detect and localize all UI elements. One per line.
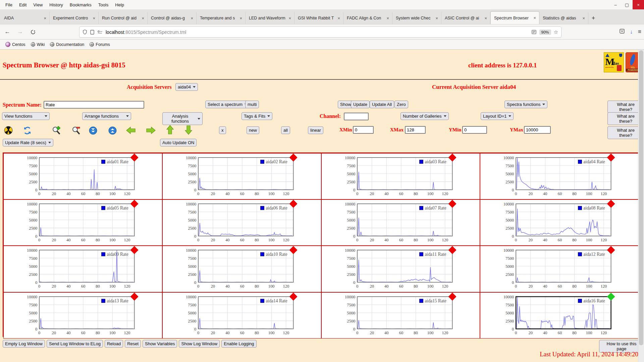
menu-file[interactable]: File <box>2 1 16 9</box>
spectrum-cell-aida05[interactable]: 020406080100120025005000750010000aida05 … <box>3 199 162 246</box>
tab-close-icon[interactable]: × <box>385 16 390 21</box>
scroll-up-icon[interactable] <box>107 125 117 135</box>
spectrum-cell-aida16[interactable]: 020406080100120025005000750010000aida16 … <box>480 292 639 339</box>
downloads-icon[interactable]: ↓ <box>630 29 633 35</box>
select-spectrum-dropdown[interactable]: Select a spectrum <box>205 101 250 108</box>
tab-spectrum-browser[interactable]: Spectrum Browser× <box>490 11 539 24</box>
tab-close-icon[interactable]: × <box>581 16 586 21</box>
update-rate-dropdown[interactable]: Update Rate (8 secs) <box>3 139 53 146</box>
menu-bookmarks[interactable]: Bookmarks <box>66 1 95 9</box>
arrow-left-icon[interactable] <box>126 125 136 135</box>
scroll-down-icon[interactable] <box>88 125 98 135</box>
tab-close-icon[interactable]: × <box>238 16 243 21</box>
page-info-icon[interactable] <box>90 30 94 35</box>
status-diamond-icon[interactable] <box>448 246 456 254</box>
tab-close-icon[interactable]: × <box>483 16 488 21</box>
footer-button-send-log-window-to-elog[interactable]: Send Log Window to ELog <box>47 340 103 348</box>
spectrum-cell-aida06[interactable]: 020406080100120025005000750010000aida06 … <box>162 199 321 246</box>
spectrum-cell-aida12[interactable]: 020406080100120025005000750010000aida12 … <box>480 246 639 292</box>
channel-input[interactable] <box>344 113 369 120</box>
minimize-icon[interactable]: – <box>610 0 621 9</box>
spectrum-cell-aida11[interactable]: 020406080100120025005000750010000aida11 … <box>321 246 480 292</box>
reload-icon[interactable] <box>28 26 38 37</box>
bookmark-star-icon[interactable]: ☆ <box>554 29 558 35</box>
footer-button-enable-logging[interactable]: Enable Logging <box>221 340 256 348</box>
tab-run-control-aid[interactable]: Run Control @ aid× <box>99 12 148 24</box>
close-icon[interactable]: × <box>633 0 644 9</box>
tab-fadc-align-con[interactable]: FADC Align & Con× <box>343 12 392 24</box>
spectrum-cell-aida07[interactable]: 020406080100120025005000750010000aida07 … <box>321 199 480 246</box>
tab-led-and-waveform[interactable]: LED and Waveform× <box>246 12 294 24</box>
spectra-functions-dropdown[interactable]: Spectra functions <box>504 101 547 108</box>
status-diamond-icon[interactable] <box>130 154 139 162</box>
spectrum-cell-aida04[interactable]: 020406080100120025005000750010000aida04 … <box>480 153 639 199</box>
zoom-level-chip[interactable]: 90% <box>539 29 551 35</box>
tab-control-aidas-g[interactable]: Control @ aidas-g× <box>148 12 197 24</box>
tab-gsi-white-rabbit-t[interactable]: GSI White Rabbit T× <box>294 12 343 24</box>
menu-tools[interactable]: Tools <box>95 1 112 9</box>
reader-view-icon[interactable] <box>532 30 536 34</box>
status-diamond-icon[interactable] <box>607 246 615 254</box>
linear-button[interactable]: linear <box>308 126 323 134</box>
status-diamond-icon[interactable] <box>289 246 297 254</box>
spectrum-cell-aida02[interactable]: 020406080100120025005000750010000aida02 … <box>162 153 321 199</box>
tab-temperature-and-s[interactable]: Temperature and s× <box>197 12 246 24</box>
ymax-input[interactable] <box>524 126 551 134</box>
status-diamond-icon[interactable] <box>607 200 615 208</box>
tab-close-icon[interactable]: × <box>434 16 439 21</box>
arrow-up-icon[interactable] <box>165 125 175 135</box>
bookmark-documentation[interactable]: Documentation <box>47 41 87 48</box>
menu-view[interactable]: View <box>30 1 46 9</box>
layout-id-dropdown[interactable]: Layout ID=1 <box>481 112 514 120</box>
arrow-right-icon[interactable] <box>146 125 156 135</box>
footer-button-show-variables[interactable]: Show Variables <box>143 340 177 348</box>
zoom-in-icon[interactable] <box>51 125 61 135</box>
refresh-icon[interactable] <box>22 125 32 135</box>
zero-button[interactable]: Zero <box>394 101 408 108</box>
radiation-icon[interactable] <box>3 125 13 135</box>
tab-system-wide-chec[interactable]: System wide Chec× <box>392 12 441 24</box>
status-diamond-icon[interactable] <box>130 293 139 301</box>
status-diamond-icon[interactable] <box>289 293 297 301</box>
xmax-input[interactable] <box>405 126 426 134</box>
tab-aida[interactable]: AIDA× <box>1 12 50 24</box>
update-button[interactable]: Update <box>351 101 370 108</box>
ymin-input[interactable] <box>462 126 487 134</box>
back-icon[interactable]: ← <box>2 26 13 37</box>
status-diamond-icon[interactable] <box>289 154 297 162</box>
status-diamond-icon[interactable] <box>289 200 297 208</box>
spectrum-cell-aida09[interactable]: 020406080100120025005000750010000aida09 … <box>3 246 162 292</box>
tab-close-icon[interactable]: × <box>43 16 47 21</box>
footer-button-reload[interactable]: Reload <box>105 340 123 348</box>
status-diamond-icon[interactable] <box>448 154 456 162</box>
bookmark-wiki[interactable]: Wiki <box>28 41 48 48</box>
tab-close-icon[interactable]: × <box>532 15 537 20</box>
maximize-icon[interactable]: ▢ <box>621 0 633 9</box>
spectrum-cell-aida08[interactable]: 020406080100120025005000750010000aida08 … <box>480 199 639 246</box>
tab-close-icon[interactable]: × <box>92 16 96 21</box>
status-diamond-icon[interactable] <box>130 246 139 254</box>
arrow-down-icon[interactable] <box>183 125 194 135</box>
footer-button-empty-log-window[interactable]: Empty Log Window <box>3 340 45 348</box>
spectrum-cell-aida14[interactable]: 020406080100120025005000750010000aida14 … <box>162 292 321 339</box>
footer-button-show-log-window[interactable]: Show Log Window <box>179 340 220 348</box>
spectrum-cell-aida10[interactable]: 020406080100120025005000750010000aida10 … <box>162 246 321 292</box>
spectrum-cell-aida15[interactable]: 020406080100120025005000750010000aida15 … <box>321 292 480 339</box>
url-text[interactable]: localhost:8015/Spectrum/Spectrum.tml <box>106 29 532 35</box>
tab-close-icon[interactable]: × <box>336 16 341 21</box>
hamburger-menu-icon[interactable]: ≡ <box>638 28 641 35</box>
scrollbar-thumb[interactable] <box>639 50 643 345</box>
spectrum-cell-aida01[interactable]: 020406080100120025005000750010000aida01 … <box>3 153 162 199</box>
tags-fits-dropdown[interactable]: Tags & Fits <box>241 112 272 120</box>
status-diamond-icon[interactable] <box>607 154 615 162</box>
shield-icon[interactable] <box>83 29 87 35</box>
analysis-functions-dropdown[interactable]: Analysis functions <box>162 112 203 125</box>
spectrum-cell-aida03[interactable]: 020406080100120025005000750010000aida03 … <box>321 153 480 199</box>
tab-close-icon[interactable]: × <box>287 16 292 21</box>
menu-help[interactable]: Help <box>112 1 127 9</box>
acquisition-server-select[interactable]: aida04 <box>175 83 198 91</box>
tab-close-icon[interactable]: × <box>190 16 194 21</box>
forward-icon[interactable]: → <box>15 26 25 37</box>
status-diamond-icon[interactable] <box>448 293 456 301</box>
tab-close-icon[interactable]: × <box>141 16 145 21</box>
